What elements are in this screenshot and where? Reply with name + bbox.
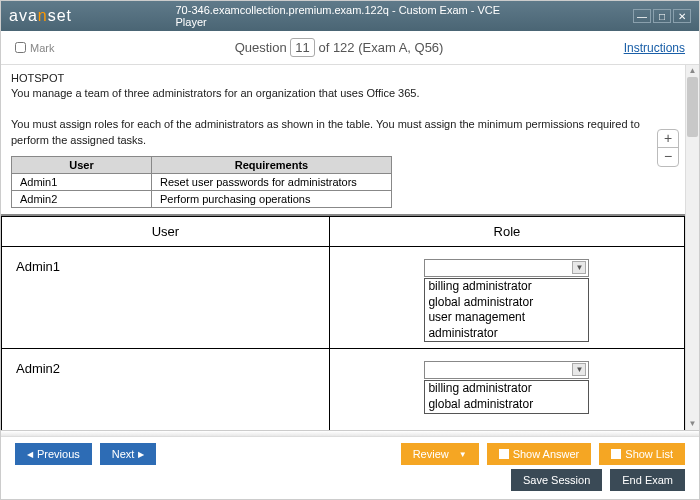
question-line1: You manage a team of three administrator… — [11, 86, 675, 101]
hs-row-admin2: Admin2 billing administrator global admi… — [2, 349, 685, 430]
question-header: Mark Question 11 of 122 (Exam A, Q56) In… — [1, 31, 699, 65]
hs-role1-cell: billing administrator global administrat… — [329, 246, 684, 348]
req-row: Admin2 Perform purchasing operations — [12, 190, 392, 207]
zoom-out-button[interactable]: − — [658, 148, 678, 166]
mark-checkbox-wrap[interactable]: Mark — [15, 42, 54, 54]
show-answer-button[interactable]: Show Answer — [487, 443, 592, 465]
role2-opt[interactable]: billing administrator — [425, 381, 588, 397]
role1-opt[interactable]: billing administrator — [425, 279, 588, 295]
req-header-req: Requirements — [152, 156, 392, 173]
main-pane: HOTSPOT You manage a team of three admin… — [1, 65, 685, 430]
role2-dropdown[interactable] — [424, 361, 589, 379]
vertical-scrollbar[interactable]: ▲ ▼ — [685, 65, 699, 430]
hs-header-user: User — [2, 216, 330, 246]
question-title: HOTSPOT — [11, 71, 675, 86]
role1-options: billing administrator global administrat… — [424, 278, 589, 342]
maximize-button[interactable]: □ — [653, 9, 671, 23]
checkbox-icon — [611, 449, 621, 459]
end-exam-button[interactable]: End Exam — [610, 469, 685, 491]
logo: avanset — [9, 7, 72, 25]
hs-row-admin1: Admin1 billing administrator global admi… — [2, 246, 685, 348]
hotspot-area: User Role Admin1 billing administrator g… — [1, 214, 685, 430]
role2-options: billing administrator global administrat… — [424, 380, 589, 413]
footer: Previous Next Review Show Answer Show Li… — [1, 436, 699, 499]
zoom-in-button[interactable]: + — [658, 130, 678, 148]
instructions-link[interactable]: Instructions — [624, 41, 685, 55]
window-title: 70-346.examcollection.premium.exam.122q … — [176, 4, 525, 28]
req-row: Admin1 Reset user passwords for administ… — [12, 173, 392, 190]
role1-dropdown[interactable] — [424, 259, 589, 277]
req-header-user: User — [12, 156, 152, 173]
scroll-up-icon[interactable]: ▲ — [686, 65, 699, 77]
hs-header-role: Role — [329, 216, 684, 246]
previous-button[interactable]: Previous — [15, 443, 92, 465]
hotspot-table: User Role Admin1 billing administrator g… — [1, 216, 685, 430]
show-list-button[interactable]: Show List — [599, 443, 685, 465]
close-button[interactable]: ✕ — [673, 9, 691, 23]
role2-opt[interactable]: global administrator — [425, 397, 588, 413]
next-button[interactable]: Next — [100, 443, 157, 465]
question-text: HOTSPOT You manage a team of three admin… — [1, 65, 685, 152]
checkbox-icon — [499, 449, 509, 459]
minimize-button[interactable]: — — [633, 9, 651, 23]
role1-opt[interactable]: global administrator — [425, 295, 588, 311]
question-number: 11 — [290, 38, 314, 57]
zoom-controls: + − — [657, 129, 679, 167]
hs-user1: Admin1 — [2, 246, 330, 348]
requirements-table: User Requirements Admin1 Reset user pass… — [11, 156, 392, 208]
hs-user2: Admin2 — [2, 349, 330, 430]
scroll-down-icon[interactable]: ▼ — [686, 418, 699, 430]
role1-opt[interactable]: user management administrator — [425, 310, 588, 341]
question-line2: You must assign roles for each of the ad… — [11, 117, 675, 148]
save-session-button[interactable]: Save Session — [511, 469, 602, 491]
review-button[interactable]: Review — [401, 443, 479, 465]
window-controls: — □ ✕ — [633, 9, 691, 23]
mark-checkbox[interactable] — [15, 42, 26, 53]
vertical-scroll-thumb[interactable] — [687, 77, 698, 137]
content-area: HOTSPOT You manage a team of three admin… — [1, 65, 699, 430]
question-counter: Question 11 of 122 (Exam A, Q56) — [54, 38, 623, 57]
hs-role2-cell: billing administrator global administrat… — [329, 349, 684, 430]
mark-label: Mark — [30, 42, 54, 54]
titlebar: avanset 70-346.examcollection.premium.ex… — [1, 1, 699, 31]
